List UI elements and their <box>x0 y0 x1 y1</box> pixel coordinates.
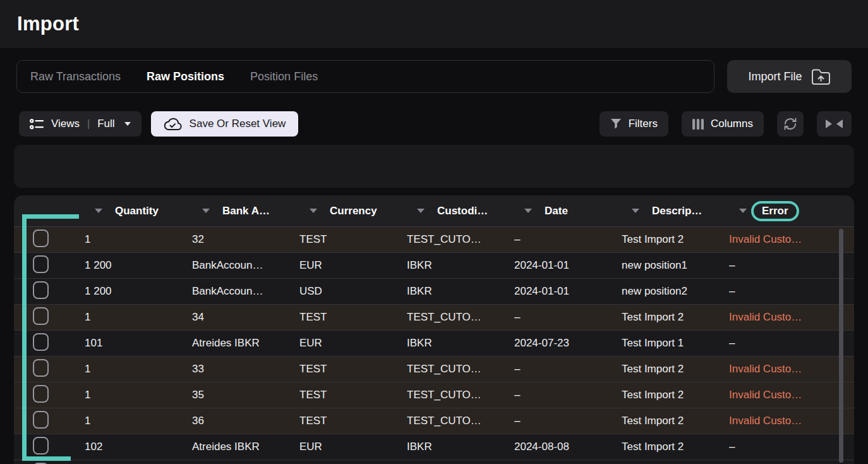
cell-description: new position1 <box>622 259 729 272</box>
import-file-button[interactable]: Import File <box>727 60 852 93</box>
table-row: 1 200BankAccoun…EURIBKR2024-01-01new pos… <box>14 253 854 279</box>
cell-bank_account: 36 <box>192 415 299 427</box>
tab-raw-transactions[interactable]: Raw Transactions <box>30 70 121 83</box>
column-header-description[interactable]: Descrip… <box>622 205 729 217</box>
cell-error: – <box>729 337 854 350</box>
refresh-button[interactable] <box>777 111 804 137</box>
cell-quantity: 1 <box>85 415 192 427</box>
cell-bank_account: BankAccoun… <box>192 285 299 298</box>
column-header-label: Quantity <box>115 205 159 217</box>
cell-date: – <box>514 233 622 246</box>
tab-raw-positions[interactable]: Raw Positions <box>147 70 224 83</box>
cell-date: 2024-07-23 <box>514 337 622 350</box>
table-row: 134TESTTEST_CUTO…–Test Import 2Invalid C… <box>14 305 854 331</box>
cell-custodian: IBKR <box>407 337 514 350</box>
cell-error: – <box>729 441 854 453</box>
cell-currency: TEST <box>299 415 407 427</box>
row-checkbox[interactable] <box>33 411 49 429</box>
cell-currency: TEST <box>299 311 407 324</box>
cell-date: – <box>514 415 622 427</box>
cell-error: Invalid Custo… <box>729 311 854 324</box>
column-header-date[interactable]: Date <box>514 205 622 217</box>
cell-currency: EUR <box>299 259 407 272</box>
save-or-reset-view-button[interactable]: Save Or Reset View <box>151 111 299 137</box>
cell-quantity: 1 <box>85 233 192 246</box>
cell-currency: USD <box>299 285 407 298</box>
table-row: 135TESTTEST_CUTO…–Test Import 2Invalid C… <box>14 382 854 408</box>
top-bar: Import <box>0 0 868 48</box>
column-menu-icon[interactable] <box>632 209 639 213</box>
column-header-error[interactable]: Error <box>729 201 854 221</box>
cell-description: Test Import 1 <box>622 337 729 350</box>
cell-custodian: IBKR <box>407 259 514 272</box>
columns-label: Columns <box>711 118 753 130</box>
cell-quantity: 101 <box>85 337 192 350</box>
cell-custodian: TEST_CUTO… <box>407 233 514 246</box>
cell-quantity: 1 200 <box>85 285 192 298</box>
column-menu-icon[interactable] <box>95 209 102 213</box>
cell-custodian: IBKR <box>407 285 514 298</box>
row-checkbox[interactable] <box>33 229 49 247</box>
tab-position-files[interactable]: Position Files <box>250 70 318 83</box>
row-checkbox[interactable] <box>33 307 49 325</box>
column-header-label: Descrip… <box>652 205 702 217</box>
cell-custodian: IBKR <box>407 441 514 453</box>
column-menu-icon[interactable] <box>524 209 532 213</box>
cell-bank_account: 35 <box>192 389 299 401</box>
vertical-scrollbar[interactable] <box>839 229 843 463</box>
views-current-value: Full <box>97 118 114 130</box>
table-row: 1 200BankAccoun…USDIBKR2024-01-01new pos… <box>14 279 854 305</box>
cell-description: new position2 <box>622 285 729 298</box>
toolbar: Views | Full Save Or Reset View Filters <box>19 111 852 137</box>
tab-row: Raw Transactions Raw Positions Position … <box>16 60 852 93</box>
page-title: Import <box>17 13 79 35</box>
column-header-label: Currency <box>330 205 377 217</box>
raw-positions-table: QuantityBank A…CurrencyCustodi…DateDescr… <box>14 195 854 464</box>
row-checkbox[interactable] <box>33 281 49 299</box>
row-checkbox[interactable] <box>33 333 49 351</box>
column-header-quantity[interactable]: Quantity <box>85 205 192 217</box>
column-menu-icon[interactable] <box>202 209 210 213</box>
cell-description: Test Import 2 <box>622 415 729 427</box>
column-header-bank_account[interactable]: Bank A… <box>192 205 299 217</box>
column-header-label: Error <box>751 201 799 221</box>
import-file-label: Import File <box>748 70 802 83</box>
row-checkbox[interactable] <box>33 385 49 403</box>
collapse-left-icon <box>836 119 843 128</box>
column-header-label: Custodi… <box>437 205 488 217</box>
views-button[interactable]: Views | Full <box>19 111 142 137</box>
column-menu-icon[interactable] <box>310 209 317 213</box>
refresh-icon <box>783 117 797 131</box>
cell-error: Invalid Custo… <box>729 415 854 427</box>
views-divider: | <box>87 118 90 130</box>
cell-currency: TEST <box>299 233 407 246</box>
cell-bank_account: 33 <box>192 363 299 375</box>
cell-description: Test Import 2 <box>622 311 729 324</box>
column-menu-icon[interactable] <box>739 209 747 213</box>
chevron-down-icon <box>124 122 131 126</box>
row-checkbox[interactable] <box>33 255 49 273</box>
tab-bar: Raw Transactions Raw Positions Position … <box>16 60 714 93</box>
columns-button[interactable]: Columns <box>682 111 764 137</box>
cell-date: 2024-01-01 <box>514 259 622 272</box>
collapse-panels-button[interactable] <box>817 111 852 137</box>
cell-quantity: 1 <box>85 363 192 375</box>
cell-description: Test Import 2 <box>622 389 729 401</box>
filters-button[interactable]: Filters <box>600 111 668 137</box>
filters-label: Filters <box>629 118 658 130</box>
column-menu-icon[interactable] <box>417 209 425 213</box>
cell-bank_account: BankAccoun… <box>192 259 299 272</box>
cell-date: – <box>514 363 622 375</box>
cell-quantity: 1 <box>85 311 192 324</box>
save-or-reset-view-label: Save Or Reset View <box>190 118 286 130</box>
column-header-label: Bank A… <box>222 205 270 217</box>
row-checkbox[interactable] <box>33 437 49 455</box>
column-header-currency[interactable]: Currency <box>299 205 407 217</box>
cell-error: Invalid Custo… <box>729 363 854 375</box>
cell-date: 2024-08-08 <box>514 441 622 453</box>
cell-description: Test Import 2 <box>622 441 729 453</box>
table-header-row: QuantityBank A…CurrencyCustodi…DateDescr… <box>14 195 854 227</box>
cell-custodian: TEST_CUTO… <box>407 363 514 375</box>
column-header-custodian[interactable]: Custodi… <box>407 205 514 217</box>
row-checkbox[interactable] <box>33 359 49 377</box>
